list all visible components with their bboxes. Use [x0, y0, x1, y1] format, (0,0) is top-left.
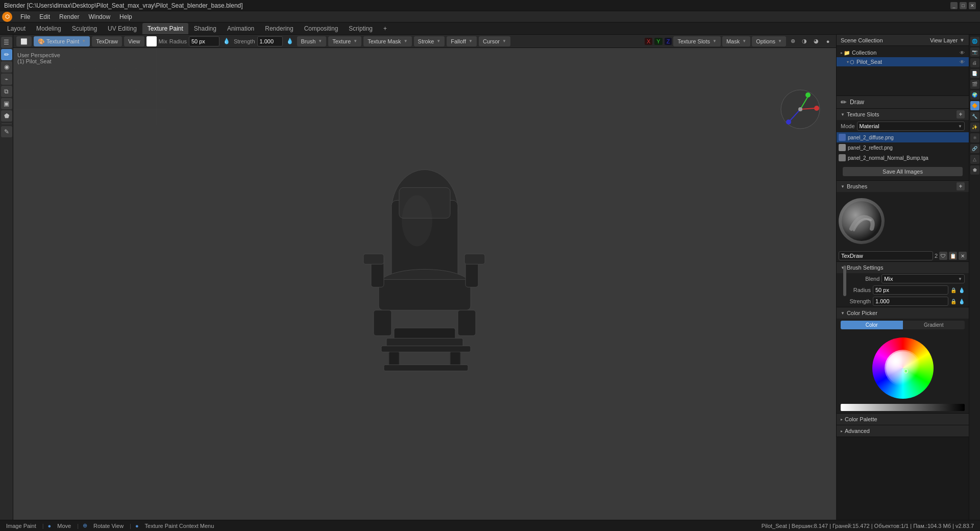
radius-pen-icon[interactable]: 💧: [959, 287, 965, 293]
menu-render[interactable]: Render: [55, 12, 83, 21]
add-brush-btn[interactable]: +: [957, 182, 965, 190]
stroke-dropdown[interactable]: Stroke ▼: [414, 36, 445, 46]
maximize-btn[interactable]: □: [960, 2, 967, 9]
tab-layout[interactable]: Layout: [2, 23, 31, 34]
tab-compositing[interactable]: Compositing: [299, 23, 344, 34]
gradient-bar[interactable]: [841, 404, 965, 411]
options-btn[interactable]: Options ▼: [752, 36, 786, 46]
fill-tool[interactable]: ▣: [1, 98, 12, 109]
tab-modeling[interactable]: Modeling: [31, 23, 66, 34]
constraints-prop-icon[interactable]: 🔗: [970, 144, 979, 153]
particles-prop-icon[interactable]: ✨: [970, 123, 979, 132]
brush-copy-btn[interactable]: 📋: [949, 252, 957, 260]
viewport-shading-solid[interactable]: ◑: [799, 36, 810, 46]
texture-slot-0[interactable]: panel_2_diffuse.png: [837, 132, 969, 142]
brushes-header[interactable]: ▼ Brushes +: [837, 181, 969, 192]
world-prop-icon[interactable]: 🌍: [970, 90, 979, 100]
axis-y[interactable]: Y: [654, 38, 662, 45]
tree-item-pilot-seat[interactable]: ▾ ⬡ Pilot_Seat 👁: [837, 57, 969, 66]
viewport-shading-render[interactable]: ●: [823, 36, 833, 46]
texture-mask-dropdown[interactable]: Texture Mask ▼: [363, 36, 411, 46]
texdraw-btn[interactable]: TexDraw: [92, 36, 122, 46]
show-gizmo-icon[interactable]: ⊕: [788, 36, 798, 46]
tab-texture-paint[interactable]: Texture Paint: [142, 23, 188, 34]
texture-slot-2[interactable]: panel_2_normal_Normal_Bump.tga: [837, 153, 969, 163]
editor-type-btn[interactable]: ⬜: [16, 36, 32, 46]
clone-tool[interactable]: ⧉: [1, 86, 12, 97]
strength-pen-icon[interactable]: 💧: [959, 299, 965, 304]
texture-dropdown[interactable]: Texture ▼: [328, 36, 361, 46]
minimize-btn[interactable]: _: [950, 2, 958, 9]
blender-logo[interactable]: ⬡: [2, 12, 12, 22]
color-picker-header[interactable]: ▼ Color Picker: [837, 307, 969, 319]
add-texture-slot-btn[interactable]: +: [957, 110, 965, 118]
scene-settings-icon[interactable]: 🎬: [970, 80, 979, 89]
view-btn[interactable]: View: [124, 36, 144, 46]
strength-input[interactable]: [257, 36, 283, 46]
radius-input[interactable]: [189, 36, 219, 46]
tab-sculpting[interactable]: Sculpting: [67, 23, 102, 34]
color-tab[interactable]: Color: [841, 321, 903, 329]
falloff-dropdown[interactable]: Falloff ▼: [447, 36, 477, 46]
radius-lock-icon[interactable]: 🔒: [950, 287, 957, 293]
smear-tool[interactable]: ⌁: [1, 74, 12, 85]
modifier-prop-icon[interactable]: 🔧: [970, 112, 979, 121]
brush-dropdown[interactable]: Brush ▼: [297, 36, 327, 46]
menu-edit[interactable]: Edit: [35, 12, 54, 21]
color-wheel-wrapper[interactable]: [870, 333, 936, 400]
tab-scripting[interactable]: Scripting: [344, 23, 378, 34]
axis-x[interactable]: X: [645, 38, 652, 45]
filter-icon[interactable]: ▼: [960, 37, 965, 43]
tab-animation[interactable]: Animation: [222, 23, 259, 34]
color-palette-header[interactable]: ▸ Color Palette: [837, 414, 969, 425]
mask-btn[interactable]: Mask ▼: [722, 36, 750, 46]
object-prop-icon[interactable]: 🔶: [970, 101, 979, 110]
viewport-3d[interactable]: User Perspective (1) Pilot_Seat: [13, 48, 836, 520]
gradient-tab[interactable]: Gradient: [903, 321, 965, 329]
draw-tool[interactable]: ✏: [1, 49, 12, 60]
strength-pressure-icon[interactable]: 💧: [285, 36, 295, 46]
advanced-header[interactable]: ▸ Advanced: [837, 425, 969, 437]
menu-help[interactable]: Help: [115, 12, 136, 21]
soften-tool[interactable]: ◉: [1, 61, 12, 73]
brush-shield-btn[interactable]: 🛡: [939, 252, 947, 260]
pilot-seat-visibility-icon[interactable]: 👁: [960, 59, 965, 65]
save-all-images-btn[interactable]: Save All Images: [843, 167, 963, 176]
window-controls[interactable]: _ □ ✕: [950, 2, 976, 9]
tab-rendering[interactable]: Rendering: [260, 23, 298, 34]
collection-visibility-icon[interactable]: 👁: [960, 50, 965, 56]
radius-pressure-icon[interactable]: 💧: [222, 36, 232, 46]
paint-mode-btn[interactable]: 🎨 Texture Paint ▼: [34, 36, 90, 46]
brush-settings-header[interactable]: ▼ Brush Settings: [837, 262, 969, 273]
scroll-indicator[interactable]: [843, 266, 846, 296]
render-prop-icon[interactable]: 📷: [970, 47, 979, 57]
menu-file[interactable]: File: [16, 12, 34, 21]
material-prop-icon[interactable]: ⬟: [970, 165, 979, 175]
navigation-gizmo[interactable]: [780, 89, 821, 130]
brush-name-input[interactable]: [839, 251, 933, 260]
mask-tool[interactable]: ⬟: [1, 110, 12, 122]
color-swatch-white[interactable]: [146, 36, 157, 46]
texture-slots-header[interactable]: ▼ Texture Slots +: [837, 109, 969, 120]
menu-window[interactable]: Window: [84, 12, 114, 21]
physics-prop-icon[interactable]: ⚛: [970, 133, 979, 142]
texture-slot-1[interactable]: panel_2_reflect.png: [837, 142, 969, 153]
cursor-dropdown[interactable]: Cursor ▼: [479, 36, 510, 46]
blend-value[interactable]: Mix ▼: [881, 274, 965, 283]
scene-prop-icon[interactable]: 🌐: [970, 37, 979, 46]
strength-field[interactable]: [873, 297, 948, 306]
mode-value[interactable]: Material ▼: [857, 122, 965, 131]
select-tool[interactable]: ☰: [1, 37, 12, 48]
data-prop-icon[interactable]: △: [970, 155, 979, 164]
tab-uv-editing[interactable]: UV Editing: [103, 23, 142, 34]
viewport-shading-material[interactable]: ◕: [811, 36, 821, 46]
radius-field[interactable]: [873, 285, 948, 295]
tab-shading[interactable]: Shading: [189, 23, 222, 34]
output-prop-icon[interactable]: 🖨: [970, 58, 979, 67]
tree-item-collection[interactable]: ▸ 📁 Collection 👁: [837, 48, 969, 57]
close-btn[interactable]: ✕: [969, 2, 976, 9]
brush-delete-btn[interactable]: ✕: [959, 252, 967, 260]
color-wheel[interactable]: [872, 337, 934, 399]
axis-z[interactable]: Z: [665, 38, 672, 45]
texture-slots-btn[interactable]: Texture Slots ▼: [673, 36, 721, 46]
